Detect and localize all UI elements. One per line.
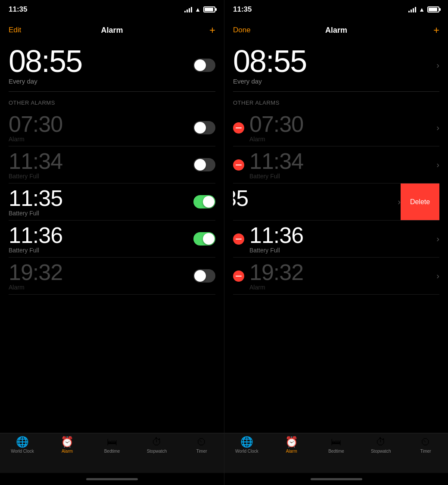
left-tab-stopwatch-label: Stopwatch [147, 449, 167, 454]
right-world-clock-icon: 🌐 [240, 437, 253, 447]
left-alarm-time-1136: 11:36 [9, 224, 193, 246]
left-main-alarm-time: 08:55 [9, 46, 193, 77]
right-main-alarm[interactable]: 08:55 Every day › [233, 41, 439, 92]
right-alarm-time-1932: 19:32 [249, 261, 436, 283]
right-alarm-item-1134[interactable]: 11:34 Battery Full › [233, 146, 439, 183]
battery-icon [203, 6, 215, 12]
right-status-icons: ▲ [408, 6, 439, 13]
right-bedtime-icon: 🛏 [331, 437, 341, 447]
bedtime-icon: 🛏 [107, 437, 117, 447]
left-tab-bar: 🌐 World Clock ⏰ Alarm 🛏 Bedtime ⏱ Stopwa… [0, 433, 224, 473]
left-home-bar [86, 478, 138, 480]
left-add-button[interactable]: + [190, 24, 215, 36]
left-phone-panel: 11:35 ▲ Edit Alarm + 08:55 Every day [0, 0, 224, 485]
left-toggle-1135[interactable] [193, 195, 215, 208]
right-alarm-chevron-1134: › [436, 160, 439, 170]
right-alarm-label-1134: Battery Full [249, 173, 436, 180]
right-tab-alarm-label: Alarm [286, 449, 297, 454]
right-minus-1932[interactable] [233, 270, 244, 282]
right-status-time: 11:35 [233, 5, 252, 14]
left-alarm-item-0730: 07:30 Alarm [9, 109, 215, 146]
right-main-alarm-chevron: › [436, 60, 439, 70]
stopwatch-icon: ⏱ [152, 437, 162, 447]
left-tab-alarm[interactable]: ⏰ Alarm [45, 437, 90, 454]
right-tab-worldclock[interactable]: 🌐 World Clock [224, 437, 269, 454]
right-signal-icon [408, 6, 416, 12]
right-alarm-label-1136: Battery Full [249, 247, 436, 254]
right-delete-label-1135: Delete [410, 198, 430, 206]
right-delete-button-1135[interactable]: Delete [401, 183, 439, 220]
right-main-alarm-label: Every day [233, 78, 436, 85]
left-main-alarm: 08:55 Every day [9, 41, 215, 92]
right-alarm-icon: ⏰ [285, 437, 298, 447]
left-tab-stopwatch[interactable]: ⏱ Stopwatch [134, 437, 179, 454]
left-toggle-1134[interactable] [193, 158, 215, 171]
right-alarm-swipe-container-1135: 11:35 Battery Full › Delete [233, 183, 439, 221]
right-alarm-item-1932[interactable]: 19:32 Alarm › [233, 258, 439, 295]
alarm-icon: ⏰ [61, 437, 74, 447]
right-add-button[interactable]: + [414, 24, 439, 36]
left-alarm-label-1134: Battery Full [9, 173, 193, 180]
left-home-indicator [0, 473, 224, 485]
right-minus-1136[interactable] [233, 233, 244, 245]
left-alarm-label-1136: Battery Full [9, 247, 193, 254]
left-main-alarm-label: Every day [9, 78, 193, 85]
left-content: 08:55 Every day OTHER ALARMS 07:30 Alarm… [0, 41, 224, 433]
right-stopwatch-icon: ⏱ [376, 437, 386, 447]
right-alarm-time-0730: 07:30 [249, 113, 436, 135]
left-edit-button[interactable]: Edit [9, 26, 34, 34]
right-nav-title: Alarm [259, 26, 414, 35]
left-alarm-time-1932: 19:32 [9, 261, 193, 283]
right-tab-bedtime[interactable]: 🛏 Bedtime [314, 437, 359, 454]
right-tab-bar: 🌐 World Clock ⏰ Alarm 🛏 Bedtime ⏱ Stopwa… [224, 433, 448, 473]
left-tab-bedtime[interactable]: 🛏 Bedtime [90, 437, 134, 454]
left-tab-bedtime-label: Bedtime [104, 449, 120, 454]
timer-icon: ⏲ [196, 437, 207, 447]
left-alarm-label-0730: Alarm [9, 136, 193, 143]
right-alarm-item-1136[interactable]: 11:36 Battery Full › [233, 221, 439, 258]
right-minus-1134[interactable] [233, 159, 244, 171]
right-phone-panel: 11:35 ▲ Done Alarm + 08:55 Every day [224, 0, 448, 485]
right-alarm-label-1135: Battery Full [233, 210, 398, 217]
right-minus-0730[interactable] [233, 122, 244, 134]
right-tab-stopwatch-label: Stopwatch [371, 449, 391, 454]
right-section-header: OTHER ALARMS [233, 92, 439, 109]
left-alarm-time-1134: 11:34 [9, 150, 193, 172]
left-tab-timer[interactable]: ⏲ Timer [179, 437, 224, 454]
left-main-alarm-toggle[interactable] [193, 59, 215, 72]
right-alarm-item-0730[interactable]: 07:30 Alarm › [233, 109, 439, 146]
left-nav-bar: Edit Alarm + [0, 19, 224, 41]
left-section-header: OTHER ALARMS [9, 92, 215, 109]
right-tab-alarm[interactable]: ⏰ Alarm [269, 437, 314, 454]
signal-icon [184, 6, 192, 12]
right-alarm-item-1135[interactable]: 11:35 Battery Full › [233, 183, 401, 220]
left-toggle-1932[interactable] [193, 269, 215, 283]
left-nav-title: Alarm [34, 26, 190, 35]
right-status-bar: 11:35 ▲ [224, 0, 448, 19]
left-alarm-item-1136: 11:36 Battery Full [9, 221, 215, 258]
right-nav-bar: Done Alarm + [224, 19, 448, 41]
left-alarm-item-1134: 11:34 Battery Full [9, 146, 215, 183]
left-alarm-label-1932: Alarm [9, 284, 193, 291]
right-main-alarm-time: 08:55 [233, 46, 436, 77]
left-alarm-item-1135: 11:35 Battery Full [9, 183, 215, 221]
right-tab-timer[interactable]: ⏲ Timer [403, 437, 448, 454]
left-alarm-label-1135: Battery Full [9, 210, 193, 217]
right-done-button[interactable]: Done [233, 26, 259, 34]
left-tab-timer-label: Timer [196, 449, 207, 454]
left-status-time: 11:35 [9, 5, 27, 14]
left-toggle-1136[interactable] [193, 232, 215, 246]
left-status-icons: ▲ [184, 6, 215, 13]
left-toggle-0730[interactable] [193, 121, 215, 134]
left-tab-worldclock[interactable]: 🌐 World Clock [0, 437, 45, 454]
right-tab-worldclock-label: World Clock [235, 449, 258, 454]
left-alarm-time-0730: 07:30 [9, 113, 193, 135]
right-home-bar [311, 478, 362, 480]
right-tab-stopwatch[interactable]: ⏱ Stopwatch [358, 437, 403, 454]
right-tab-timer-label: Timer [420, 449, 431, 454]
left-alarm-time-1135: 11:35 [9, 187, 193, 209]
right-wifi-icon: ▲ [419, 6, 425, 13]
right-content: 08:55 Every day › OTHER ALARMS 07:30 Ala… [224, 41, 448, 433]
right-battery-icon [427, 6, 439, 12]
right-timer-icon: ⏲ [420, 437, 431, 447]
